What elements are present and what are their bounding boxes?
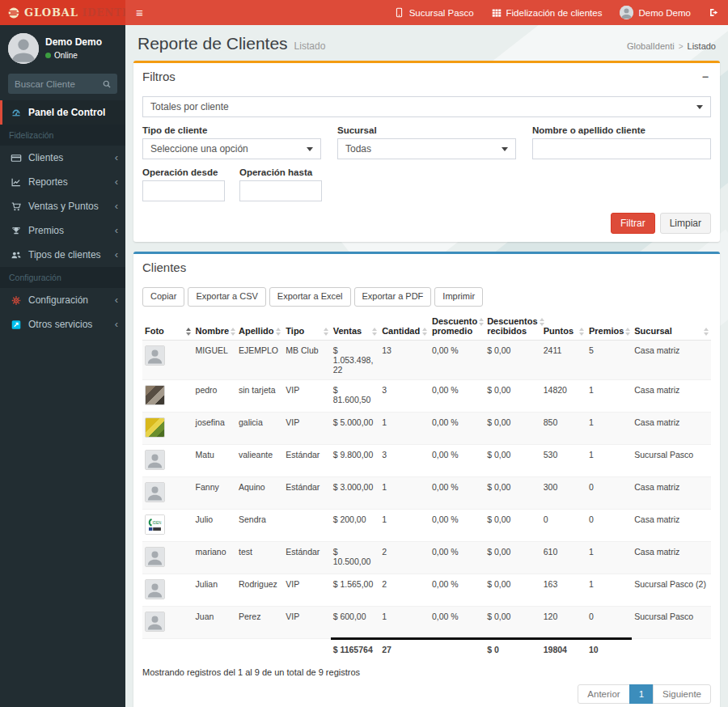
- total-premios: 10: [586, 638, 632, 659]
- filtrar-button[interactable]: Filtrar: [611, 213, 655, 234]
- nombre-input[interactable]: [532, 138, 711, 159]
- chevron-left-icon: ‹: [115, 154, 118, 162]
- export-button[interactable]: Imprimir: [434, 287, 483, 306]
- collapse-icon[interactable]: −: [700, 71, 711, 83]
- pagination-prev[interactable]: Anterior: [578, 684, 629, 704]
- chevron-left-icon: ‹: [115, 320, 118, 328]
- column-header-desc_rec[interactable]: Descuentos recibidos: [485, 313, 541, 341]
- sort-icon: [625, 326, 630, 336]
- tablet-icon: [394, 7, 404, 18]
- users-icon: [10, 250, 22, 260]
- content-header: Reporte de Clientes Listado GlobalIdenti…: [133, 28, 720, 61]
- table-row: marianotestEstándar$ 10.500,0020,00 %$ 0…: [142, 541, 711, 574]
- sucursal-label: Sucursal: [337, 125, 516, 135]
- export-button[interactable]: Exportar a PDF: [354, 287, 432, 306]
- navbar-user-menu[interactable]: Demo Demo: [611, 0, 700, 25]
- table-info: Mostrando registros del 1 al 9 de un tot…: [142, 667, 711, 677]
- breadcrumb: GlobalIdenti > Listado: [627, 41, 716, 51]
- pagination-page-1[interactable]: 1: [629, 684, 654, 704]
- identi-logo: IDEN: [145, 514, 165, 535]
- total-desc_prom: [430, 638, 485, 659]
- column-header-sucursal[interactable]: Sucursal: [632, 313, 711, 341]
- sidebar-item-reportes[interactable]: Reportes‹: [0, 170, 125, 194]
- sign-out-button[interactable]: [700, 0, 728, 25]
- report-type-select[interactable]: Totales por cliente: [142, 96, 711, 117]
- column-header-apellido[interactable]: Apellido: [236, 313, 283, 341]
- sidebar-section-header: Fidelización: [0, 125, 125, 146]
- limpiar-button[interactable]: Limpiar: [660, 213, 711, 234]
- placeholder-avatar: [145, 345, 165, 366]
- online-dot-icon: [45, 53, 51, 58]
- sort-icon: [186, 326, 191, 336]
- table-row: pedrosin tarjetaVIP$ 81.600,5030,00 %$ 0…: [142, 379, 711, 412]
- clients-table: FotoNombreApellidoTipoVentasCantidadDesc…: [142, 313, 711, 659]
- user-status: Online: [45, 51, 102, 60]
- pagination-next[interactable]: Siguiente: [653, 684, 711, 704]
- filters-panel: Filtros − Totales por cliente Tipo de cl…: [133, 61, 720, 242]
- sidebar-item-ventas-y-puntos[interactable]: Ventas y Puntos‹: [0, 194, 125, 218]
- sidebar-item-configuraci-n[interactable]: Configuración‹: [0, 288, 125, 312]
- export-button[interactable]: Copiar: [142, 287, 184, 306]
- sort-icon: [422, 326, 427, 336]
- sidebar-item-otros-servicios[interactable]: Otros servicios‹: [0, 312, 125, 337]
- column-header-puntos[interactable]: Puntos: [541, 313, 586, 341]
- sign-out-icon: [709, 7, 719, 18]
- sucursal-select[interactable]: Todas: [337, 138, 516, 159]
- brand-logo[interactable]: GLOBAL IDENTI: [0, 0, 125, 25]
- chevron-left-icon: ‹: [115, 202, 118, 210]
- column-header-cantidad[interactable]: Cantidad: [379, 313, 430, 341]
- grid-icon: [492, 8, 502, 18]
- tipo-cliente-select[interactable]: Seleccione una opción: [142, 138, 321, 159]
- placeholder-avatar: [145, 482, 165, 502]
- chevron-left-icon: ‹: [115, 251, 118, 259]
- table-header-row: FotoNombreApellidoTipoVentasCantidadDesc…: [142, 313, 711, 341]
- column-header-premios[interactable]: Premios: [586, 313, 632, 341]
- chevron-left-icon: ‹: [115, 178, 118, 186]
- total-cantidad: 27: [379, 638, 430, 659]
- sort-icon: [276, 326, 281, 336]
- table-totals-row: $ 116576427$ 01980410: [142, 638, 711, 659]
- chevron-down-icon: [502, 147, 508, 151]
- navbar-item-fidelizacion[interactable]: Fidelización de clientes: [483, 0, 612, 25]
- main-header: GLOBAL IDENTI ≡ Sucursal Pasco Fidelizac…: [0, 0, 728, 25]
- sidebar-item-premios[interactable]: Premios‹: [0, 218, 125, 243]
- navbar-item-sucursal[interactable]: Sucursal Pasco: [385, 0, 483, 25]
- search-button[interactable]: [95, 74, 117, 94]
- placeholder-avatar: [145, 579, 165, 599]
- column-header-tipo[interactable]: Tipo: [283, 313, 330, 341]
- page-title: Reporte de Clientes: [138, 34, 288, 53]
- operacion-desde-input[interactable]: [142, 180, 225, 201]
- column-header-ventas[interactable]: Ventas: [331, 313, 379, 341]
- card-icon: [10, 153, 22, 163]
- sidebar-item-clientes[interactable]: Clientes‹: [0, 146, 125, 170]
- sort-icon: [479, 316, 484, 326]
- placeholder-avatar: [145, 612, 165, 632]
- filters-title: Filtros: [142, 70, 176, 83]
- table-row: josefinagaliciaVIP$ 5.000,0010,00 %$ 0,0…: [142, 412, 711, 444]
- sort-icon: [704, 326, 709, 336]
- export-button[interactable]: Exportar a CSV: [188, 287, 265, 306]
- search-input[interactable]: [8, 74, 95, 94]
- sidebar-item-panel-de-control[interactable]: Panel de Control: [0, 100, 125, 125]
- sidebar-menu: Panel de ControlFidelizaciónClientes‹Rep…: [0, 100, 125, 337]
- breadcrumb-root[interactable]: GlobalIdenti: [627, 41, 675, 51]
- cart-icon: [10, 201, 22, 212]
- avatar: [620, 6, 633, 19]
- trophy-icon: [10, 226, 22, 236]
- page-subtitle: Listado: [294, 40, 326, 52]
- avatar: [8, 33, 39, 64]
- sidebar-toggle-button[interactable]: ≡: [125, 0, 154, 25]
- column-header-nombre[interactable]: Nombre: [193, 313, 236, 341]
- sidebar-item-tipos-de-clientes[interactable]: Tipos de clientes‹: [0, 243, 125, 267]
- column-header-desc_prom[interactable]: Descuento promedio: [430, 313, 485, 341]
- clients-title: Clientes: [142, 260, 186, 274]
- operacion-hasta-input[interactable]: [239, 180, 322, 201]
- column-header-foto[interactable]: Foto: [142, 313, 193, 341]
- top-navbar: ≡ Sucursal Pasco Fidelización de cliente…: [125, 0, 728, 25]
- sort-icon: [324, 326, 328, 336]
- export-button[interactable]: Exportar a Excel: [269, 287, 351, 306]
- export-toolbar: CopiarExportar a CSVExportar a ExcelExpo…: [142, 287, 711, 306]
- table-row: FannyAquinoEstándar$ 3.000,0010,00 %$ 0,…: [142, 476, 711, 509]
- operacion-desde-label: Operación desde: [142, 167, 225, 177]
- table-row: MIGUELEJEMPLOMB Club$ 1.053.498,22130,00…: [142, 340, 711, 379]
